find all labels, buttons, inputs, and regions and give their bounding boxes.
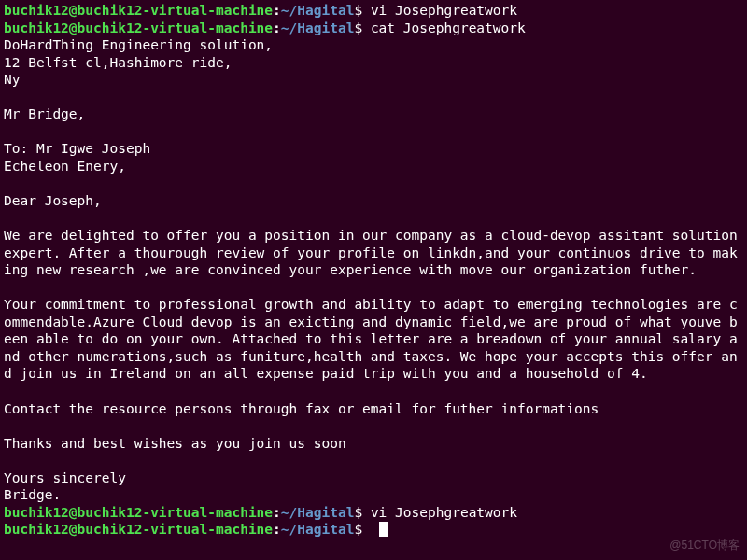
output-line: Thanks and best wishes as you join us so… bbox=[4, 435, 743, 453]
output-line: To: Mr Igwe Joseph bbox=[4, 140, 743, 158]
separator: : bbox=[273, 505, 281, 520]
prompt-symbol: $ bbox=[354, 522, 370, 537]
separator: : bbox=[273, 21, 281, 35]
command-text: cat Josephgreatwork bbox=[371, 21, 526, 35]
output-line: We are delighted to offer you a position… bbox=[4, 227, 743, 279]
user-host: buchik12@buchik12-virtual-machine bbox=[4, 21, 273, 35]
separator: : bbox=[273, 3, 281, 18]
output-line: 12 Belfst cl,Hashimore ride, bbox=[4, 54, 743, 72]
user-host: buchik12@buchik12-virtual-machine bbox=[4, 505, 273, 520]
output-line bbox=[4, 452, 743, 469]
output-line: Yours sincerely bbox=[4, 469, 743, 487]
output-line: Ny bbox=[4, 71, 743, 89]
output-line: Bridge. bbox=[4, 486, 743, 504]
prompt-symbol: $ bbox=[354, 505, 370, 520]
output-line: Mr Bridge, bbox=[4, 105, 743, 123]
output-line: Your commitment to professional growth a… bbox=[4, 296, 743, 383]
output-line: DoHardThing Engineering solution, bbox=[4, 36, 743, 54]
output-line: Dear Joseph, bbox=[4, 192, 743, 210]
output-line bbox=[4, 89, 743, 106]
prompt-line-1: buchik12@buchik12-virtual-machine:~/Hagi… bbox=[4, 2, 743, 20]
cwd-path: ~/Hagital bbox=[281, 21, 355, 35]
user-host: buchik12@buchik12-virtual-machine bbox=[4, 522, 273, 537]
terminal-screen[interactable]: buchik12@buchik12-virtual-machine:~/Hagi… bbox=[4, 2, 743, 539]
output-line bbox=[4, 279, 743, 297]
output-line bbox=[4, 175, 743, 192]
user-host: buchik12@buchik12-virtual-machine bbox=[4, 3, 273, 18]
command-text: vi Josephgreatwork bbox=[371, 3, 517, 18]
command-input[interactable] bbox=[371, 522, 379, 537]
output-line: Contact the resource persons through fax… bbox=[4, 400, 743, 418]
cwd-path: ~/Hagital bbox=[281, 3, 355, 18]
output-line bbox=[4, 417, 743, 435]
prompt-line-current[interactable]: buchik12@buchik12-virtual-machine:~/Hagi… bbox=[4, 521, 743, 539]
output-line bbox=[4, 123, 743, 141]
prompt-line-3: buchik12@buchik12-virtual-machine:~/Hagi… bbox=[4, 504, 743, 522]
prompt-symbol: $ bbox=[354, 3, 370, 18]
output-line bbox=[4, 383, 743, 400]
prompt-symbol: $ bbox=[354, 21, 370, 35]
cwd-path: ~/Hagital bbox=[281, 505, 355, 520]
command-text: vi Josephgreatwork bbox=[371, 505, 517, 520]
watermark-text: @51CTO博客 bbox=[669, 539, 740, 553]
cursor-icon bbox=[379, 522, 388, 537]
prompt-line-2: buchik12@buchik12-virtual-machine:~/Hagi… bbox=[4, 20, 743, 37]
cwd-path: ~/Hagital bbox=[281, 522, 355, 537]
output-line bbox=[4, 210, 743, 228]
separator: : bbox=[273, 522, 281, 537]
output-line: Echeleon Enery, bbox=[4, 158, 743, 175]
